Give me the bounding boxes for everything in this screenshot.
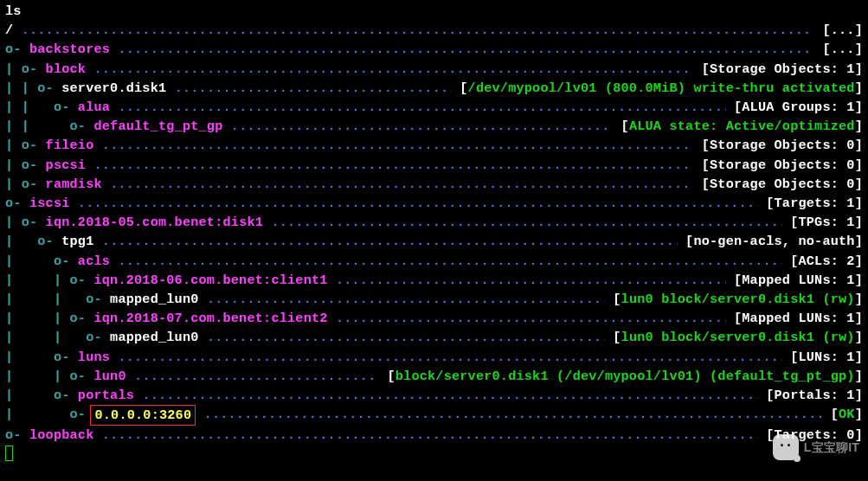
tree-pipes: | | (5, 117, 70, 136)
branch-bullet: o- (54, 386, 78, 405)
node-name: ramdisk (46, 175, 102, 194)
dots-filler: ........................................… (336, 271, 726, 290)
dots-filler: ........................................… (134, 367, 379, 386)
dots-filler: ........................................… (175, 79, 452, 98)
dots-filler: ........................................… (110, 175, 693, 194)
branch-bullet: o- (22, 213, 46, 232)
branch-bullet: o- (5, 40, 29, 59)
tree-pipes: | | (5, 328, 86, 347)
tree-row: | o- fileio ............................… (5, 136, 863, 155)
dots-filler: ........................................… (102, 426, 758, 445)
node-status: [Storage Objects: 0] (693, 175, 863, 194)
tree-pipes: | | (5, 367, 70, 386)
node-name: iqn.2018-06.com.benet:client1 (93, 271, 327, 290)
node-status: [Storage Objects: 1] (693, 60, 863, 79)
branch-bullet: o- (54, 98, 78, 117)
node-name: fileio (46, 136, 94, 155)
branch-bullet: o- (5, 426, 29, 445)
watermark-text: L宝宝聊IT (804, 438, 859, 457)
tree-row: | o- 0.0.0.0:3260 ......................… (5, 405, 863, 426)
node-name: pscsi (46, 156, 87, 175)
dots-filler: ........................................… (207, 328, 605, 347)
node-status: [ALUA Groups: 1] (726, 98, 863, 117)
dots-filler: ........................................… (204, 405, 823, 426)
node-name: backstores (29, 40, 110, 59)
cursor (5, 446, 13, 461)
terminal-output[interactable]: ls / ...................................… (5, 2, 863, 461)
tree-row: | o- portals ...........................… (5, 386, 863, 405)
tree-pipes: | | (5, 309, 70, 328)
node-status: [/dev/mypool/lv01 (800.0MiB) write-thru … (452, 79, 863, 98)
dots-filler: ........................................… (118, 252, 781, 271)
node-name: default_tg_pt_gp (93, 117, 222, 136)
node-status: [no-gen-acls, no-auth] (678, 232, 863, 251)
tree-row: | | o- server0.disk1 ...................… (5, 79, 863, 98)
tree-pipes: | | (5, 271, 70, 290)
node-name: iscsi (29, 194, 70, 213)
node-status: [Storage Objects: 0] (693, 156, 863, 175)
node-name: tpg1 (61, 232, 93, 251)
dots-filler: ........................................… (142, 386, 758, 405)
dots-filler: ........................................… (94, 156, 694, 175)
node-name: mapped_lun0 (110, 328, 198, 347)
dots-filler: ........................................… (336, 309, 726, 328)
node-name: iqn.2018-05.com.benet:disk1 (46, 213, 263, 232)
tree-pipes: | | (5, 79, 37, 98)
branch-bullet: o- (22, 175, 46, 194)
dots-filler: ........................................… (118, 40, 814, 59)
tree-row: | o- iqn.2018-05.com.benet:disk1 .......… (5, 213, 863, 232)
branch-bullet: o- (70, 117, 94, 136)
node-name: loopback (29, 426, 94, 445)
root-path: / (5, 21, 13, 40)
tree-pipes: | (5, 213, 22, 232)
tree-pipes: | (5, 232, 37, 251)
branch-bullet: o- (54, 348, 78, 367)
dots-filler: ........................................… (207, 290, 605, 309)
branch-bullet: o- (70, 309, 94, 328)
wechat-icon (773, 434, 799, 460)
dots-filler: ........................................… (102, 136, 694, 155)
node-status: [Targets: 1] (758, 194, 863, 213)
tree-pipes: | (5, 60, 22, 79)
tree-pipes: | | (5, 98, 54, 117)
command-line: ls (5, 2, 863, 21)
node-name: alua (78, 98, 110, 117)
tree-row: | o- luns ..............................… (5, 348, 863, 367)
branch-bullet: o- (37, 232, 61, 251)
prompt-line[interactable] (5, 446, 863, 461)
tree-row: | o- acls ..............................… (5, 252, 863, 271)
node-status: [ACLs: 2] (782, 252, 863, 271)
tree-pipes: | (5, 348, 54, 367)
node-status: [Mapped LUNs: 1] (726, 271, 863, 290)
node-name: lun0 (93, 367, 125, 386)
tree-row: | o- tpg1 ..............................… (5, 232, 863, 251)
tree-pipes: | (5, 136, 22, 155)
tree-row: | o- block .............................… (5, 60, 863, 79)
tree-row: | o- ramdisk ...........................… (5, 175, 863, 194)
branch-bullet: o- (54, 252, 78, 271)
node-status: [ALUA state: Active/optimized] (613, 117, 863, 136)
tree-row: | | o- iqn.2018-07.com.benet:client2 ...… (5, 309, 863, 328)
tree-pipes: | (5, 405, 70, 426)
root-status: [...] (814, 21, 863, 40)
node-status: [TPGs: 1] (782, 213, 863, 232)
node-name: mapped_lun0 (110, 290, 198, 309)
tree-pipes: | (5, 156, 22, 175)
tree-row: o- iscsi ...............................… (5, 194, 863, 213)
dots-filler: ........................................… (118, 348, 781, 367)
dots-filler: ........................................… (78, 194, 758, 213)
node-name: iqn.2018-07.com.benet:client2 (93, 309, 327, 328)
branch-bullet: o- (86, 328, 110, 347)
tree-root: / ......................................… (5, 21, 863, 40)
node-status: [Storage Objects: 0] (693, 136, 863, 155)
branch-bullet: o- (37, 79, 61, 98)
highlight-box: 0.0.0.0:3260 (90, 405, 196, 426)
node-status: [Mapped LUNs: 1] (726, 309, 863, 328)
tree-row: | | o- alua ............................… (5, 98, 863, 117)
branch-bullet: o- (22, 156, 46, 175)
node-name: portals (78, 386, 134, 405)
tree-row: o- loopback ............................… (5, 426, 863, 445)
dots-filler: ........................................… (94, 60, 694, 79)
node-status: [...] (814, 40, 863, 59)
branch-bullet: o- (5, 194, 29, 213)
